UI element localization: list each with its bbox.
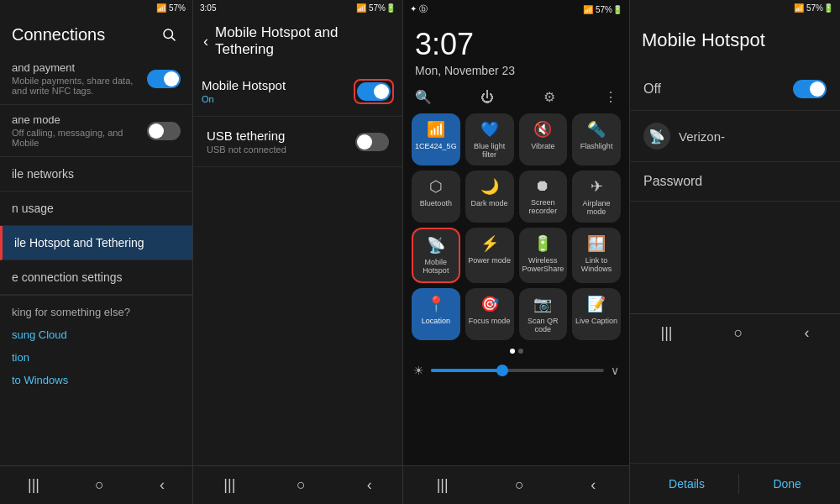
- status-bar-2: 3:05 📶 57%🔋: [193, 0, 402, 16]
- powershare-tile[interactable]: 🔋 Wireless PowerShare: [519, 228, 568, 283]
- dot-1: [510, 349, 515, 354]
- hotspot-toggle-box: [354, 79, 394, 104]
- nav-back-4[interactable]: ‹: [794, 321, 819, 345]
- p2-title: Mobile Hotspot and Tethering: [215, 24, 392, 58]
- panel-hotspot-settings: 3:05 📶 57%🔋 ‹ Mobile Hotspot and Tetheri…: [193, 0, 403, 504]
- power-action-icon[interactable]: ⏻: [480, 90, 494, 105]
- more-action-icon[interactable]: ⋮: [604, 89, 617, 105]
- nav-back-3[interactable]: ‹: [580, 473, 606, 497]
- p1-header: Connections: [0, 16, 192, 53]
- done-button[interactable]: Done: [756, 474, 817, 494]
- location-tile[interactable]: 📍 Location: [412, 288, 460, 340]
- chevron-down-icon[interactable]: ∨: [611, 364, 619, 377]
- bluetooth-tile-label: Bluetooth: [420, 199, 452, 207]
- wifi-tile-icon: 📶: [427, 120, 445, 139]
- screen-recorder-tile-label: Screen recorder: [521, 198, 566, 215]
- live-caption-tile[interactable]: 📝 Live Caption: [572, 288, 621, 340]
- nav-recents-4[interactable]: |||: [651, 321, 683, 345]
- focus-mode-tile[interactable]: 🎯 Focus mode: [465, 288, 514, 340]
- nav-bar-1: ||| ○ ‹: [0, 465, 192, 504]
- dark-mode-tile-label: Dark mode: [471, 199, 508, 207]
- dot-2: [518, 349, 523, 354]
- network-row[interactable]: 📡 Verizon-: [630, 111, 840, 162]
- looking-label: king for something else?: [0, 295, 192, 323]
- search-icon[interactable]: [157, 23, 181, 46]
- usb-label: USB tethering: [207, 129, 286, 143]
- scan-qr-tile[interactable]: 📷 Scan QR code: [519, 288, 568, 340]
- nav-recents-3[interactable]: |||: [427, 473, 459, 497]
- hotspot-tile-label: Mobile Hotspot: [415, 258, 457, 275]
- network-name: Verizon-: [679, 129, 725, 144]
- nav-home-4[interactable]: ○: [724, 321, 753, 345]
- status-bar-3: ✦ ⓑ 📶 57%🔋: [403, 0, 629, 18]
- off-row[interactable]: Off: [630, 68, 840, 111]
- airplane-row[interactable]: ane mode Off calling, messaging, and Mob…: [0, 105, 192, 157]
- payment-label: and payment: [12, 61, 147, 74]
- usb-tethering-item[interactable]: USB tethering USB not connected: [193, 117, 402, 167]
- windows-link[interactable]: to Windows: [0, 369, 192, 391]
- live-caption-tile-icon: 📝: [587, 295, 606, 313]
- brightness-track[interactable]: [431, 369, 604, 372]
- data-usage-item[interactable]: n usage: [0, 192, 192, 226]
- p4-toggle[interactable]: [793, 80, 827, 98]
- hotspot-item[interactable]: ile Hotspot and Tethering: [0, 226, 192, 260]
- nav-recents-2[interactable]: |||: [213, 473, 245, 497]
- flashlight-tile-label: Flashlight: [580, 142, 613, 150]
- live-caption-tile-label: Live Caption: [575, 317, 617, 325]
- mobile-hotspot-item[interactable]: Mobile Hotspot On: [193, 66, 402, 117]
- page-dots: [403, 345, 629, 357]
- nav-home-2[interactable]: ○: [286, 473, 316, 497]
- mobile-networks-item[interactable]: ile networks: [0, 157, 192, 192]
- payment-toggle[interactable]: [147, 70, 181, 88]
- power-mode-tile[interactable]: ⚡ Power mode: [465, 228, 514, 283]
- hotspot-label: Mobile Hotspot: [202, 78, 286, 92]
- hotspot-status: On: [202, 94, 286, 104]
- connection-settings-item[interactable]: e connection settings: [0, 260, 192, 295]
- details-button[interactable]: Details: [652, 474, 722, 494]
- cloud-link[interactable]: sung Cloud: [0, 323, 192, 346]
- hotspot-toggle[interactable]: [357, 82, 391, 101]
- nav-bar-2: ||| ○ ‹: [193, 465, 402, 504]
- focus-mode-tile-icon: 🎯: [480, 295, 499, 313]
- password-row[interactable]: Password: [630, 162, 840, 202]
- panel-hotspot-detail: 📶 57%🔋 Mobile Hotspot Off 📡 Verizon- Pas…: [630, 0, 840, 504]
- payment-row[interactable]: and payment Mobile payments, share data,…: [0, 53, 192, 105]
- p4-footer: Details Done: [630, 463, 840, 504]
- svg-line-1: [171, 37, 175, 40]
- blue-light-tile-label: Blue light filter: [467, 142, 512, 159]
- nav-back-2[interactable]: ‹: [357, 473, 382, 497]
- settings-action-icon[interactable]: ⚙: [543, 89, 555, 105]
- brightness-knob[interactable]: [496, 365, 508, 376]
- bluetooth-tile[interactable]: ⬡ Bluetooth: [412, 171, 460, 223]
- flashlight-tile[interactable]: 🔦 Flashlight: [572, 113, 621, 165]
- nav-back-1[interactable]: ‹: [150, 473, 175, 497]
- brightness-control[interactable]: ☀ ∨: [403, 357, 629, 384]
- nav-home-1[interactable]: ○: [85, 473, 114, 497]
- nav-recents-1[interactable]: |||: [18, 473, 50, 497]
- p3-status-right: 📶 57%🔋: [583, 5, 622, 14]
- status-icons-1: 📶 57%: [156, 3, 186, 13]
- nav-bar-3: ||| ○ ‹: [403, 465, 629, 504]
- blue-light-tile[interactable]: 💙 Blue light filter: [465, 113, 514, 165]
- nav-home-3[interactable]: ○: [505, 473, 534, 497]
- off-label: Off: [643, 81, 661, 97]
- flashlight-tile-icon: 🔦: [587, 120, 606, 139]
- screen-recorder-tile-icon: ⏺: [535, 177, 550, 195]
- p3-date: Mon, November 23: [403, 64, 629, 86]
- search-action-icon[interactable]: 🔍: [415, 89, 432, 105]
- dark-mode-tile[interactable]: 🌙 Dark mode: [465, 171, 514, 223]
- powershare-tile-icon: 🔋: [533, 234, 552, 253]
- brightness-fill: [431, 369, 500, 372]
- link-windows-tile[interactable]: 🪟 Link to Windows: [572, 228, 621, 283]
- vibrate-tile[interactable]: 🔇 Vibrate: [519, 113, 568, 165]
- location-link[interactable]: tion: [0, 346, 192, 369]
- screen-recorder-tile[interactable]: ⏺ Screen recorder: [519, 171, 568, 223]
- hotspot-tile[interactable]: 📡 Mobile Hotspot: [412, 228, 460, 283]
- link-windows-tile-icon: 🪟: [587, 234, 606, 253]
- airplane-toggle[interactable]: [147, 122, 181, 140]
- back-button-2[interactable]: ‹: [203, 33, 208, 50]
- airplane-tile[interactable]: ✈ Airplane mode: [572, 171, 621, 223]
- powershare-tile-label: Wireless PowerShare: [521, 256, 566, 273]
- usb-toggle[interactable]: [355, 133, 389, 151]
- wifi-tile[interactable]: 📶 1CE424_5G: [412, 113, 460, 165]
